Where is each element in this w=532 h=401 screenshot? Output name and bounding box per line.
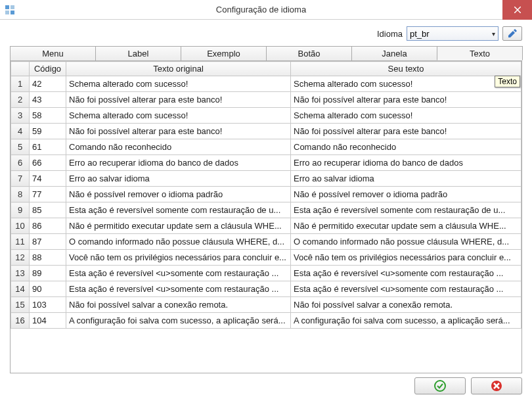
col-original[interactable]: Texto original [66, 62, 291, 76]
row-number[interactable]: 8 [11, 187, 30, 202]
row-number[interactable]: 5 [11, 139, 30, 155]
cell-code[interactable]: 59 [30, 124, 66, 139]
cell-user[interactable]: Esta ação é reversível <u>somente com re… [291, 281, 521, 297]
cell-original[interactable]: Schema alterado com sucesso! [66, 76, 291, 92]
row-number[interactable]: 14 [11, 281, 30, 297]
cell-original[interactable]: Não foi possível salvar a conexão remota… [66, 297, 291, 313]
edit-button[interactable] [502, 26, 522, 41]
cell-code[interactable]: 89 [30, 266, 66, 281]
table-row[interactable]: 459Não foi possível alterar para este ba… [11, 124, 521, 139]
cell-code[interactable]: 42 [30, 76, 66, 92]
table-row[interactable]: 243Não foi possível alterar para este ba… [11, 92, 521, 108]
table-row[interactable]: 666Erro ao recuperar idioma do banco de … [11, 155, 521, 171]
cell-user[interactable]: Esta ação é reversível somente com resta… [291, 202, 521, 218]
cell-user[interactable]: Não foi possível alterar para este banco… [291, 92, 521, 108]
table-row[interactable]: 15103Não foi possível salvar a conexão r… [11, 297, 521, 313]
col-rownum[interactable] [11, 62, 30, 76]
cell-code[interactable]: 74 [30, 171, 66, 187]
table-row[interactable]: 1086Não é permitido executar update sem … [11, 218, 521, 234]
cell-original[interactable]: Schema alterado com sucesso! [66, 108, 291, 124]
cell-original[interactable]: Esta ação é reversível <u>somente com re… [66, 281, 291, 297]
cell-code[interactable]: 86 [30, 218, 66, 234]
row-number[interactable]: 4 [11, 124, 30, 139]
col-codigo[interactable]: Código [30, 62, 66, 76]
cell-original[interactable]: Erro ao salvar idioma [66, 171, 291, 187]
row-number[interactable]: 9 [11, 202, 30, 218]
footer [414, 377, 522, 394]
table-row[interactable]: 1187O comando informado não possue cláus… [11, 234, 521, 250]
cell-user[interactable]: Schema alterado com sucesso! [291, 76, 521, 92]
cell-code[interactable]: 66 [30, 155, 66, 171]
cell-code[interactable]: 58 [30, 108, 66, 124]
cell-original[interactable]: Esta ação é reversível somente com resta… [66, 202, 291, 218]
cell-code[interactable]: 85 [30, 202, 66, 218]
table-row[interactable]: 1389Esta ação é reversível <u>somente co… [11, 266, 521, 281]
cell-code[interactable]: 104 [30, 313, 66, 329]
cell-code[interactable]: 77 [30, 187, 66, 202]
cell-user[interactable]: Você não tem os privilégios necessários … [291, 250, 521, 266]
row-number[interactable]: 6 [11, 155, 30, 171]
chevron-down-icon: ▾ [492, 30, 495, 37]
row-number[interactable]: 10 [11, 218, 30, 234]
cell-user[interactable]: Não foi possível alterar para este banco… [291, 124, 521, 139]
tab-texto[interactable]: Texto [437, 46, 523, 60]
table-row[interactable]: 877Não é possível remover o idioma padrã… [11, 187, 521, 202]
table-row[interactable]: 358Schema alterado com sucesso!Schema al… [11, 108, 521, 124]
cell-code[interactable]: 43 [30, 92, 66, 108]
cell-user[interactable]: Esta ação é reversível <u>somente com re… [291, 266, 521, 281]
cell-original[interactable]: Não é possível remover o idioma padrão [66, 187, 291, 202]
cell-original[interactable]: Esta ação é reversível <u>somente com re… [66, 266, 291, 281]
table-row[interactable]: 774Erro ao salvar idiomaErro ao salvar i… [11, 171, 521, 187]
cell-original[interactable]: Não foi possível alterar para este banco… [66, 124, 291, 139]
row-number[interactable]: 12 [11, 250, 30, 266]
tab-menu[interactable]: Menu [10, 46, 96, 60]
cell-code[interactable]: 87 [30, 234, 66, 250]
cell-user[interactable]: O comando informado não possue cláusula … [291, 234, 521, 250]
cell-user[interactable]: Não é possível remover o idioma padrão [291, 187, 521, 202]
cancel-circle-icon [491, 380, 502, 392]
cell-user[interactable]: Erro ao recuperar idioma do banco de dad… [291, 155, 521, 171]
tab-label[interactable]: Label [95, 46, 181, 60]
cell-user[interactable]: Comando não reconhecido [291, 139, 521, 155]
language-select[interactable]: pt_br ▾ [407, 26, 499, 41]
cell-user[interactable]: Erro ao salvar idioma [291, 171, 521, 187]
table-row[interactable]: 1490Esta ação é reversível <u>somente co… [11, 281, 521, 297]
row-number[interactable]: 11 [11, 234, 30, 250]
cell-original[interactable]: Comando não reconhecido [66, 139, 291, 155]
row-number[interactable]: 7 [11, 171, 30, 187]
cell-user[interactable]: Não é permitido executar update sem a cl… [291, 218, 521, 234]
table-row[interactable]: 142Schema alterado com sucesso!Schema al… [11, 76, 521, 92]
cell-original[interactable]: Não foi possível alterar para este banco… [66, 92, 291, 108]
cancel-button[interactable] [471, 377, 522, 394]
row-number[interactable]: 3 [11, 108, 30, 124]
cell-original[interactable]: O comando informado não possue cláusula … [66, 234, 291, 250]
col-seu[interactable]: Seu texto [291, 62, 521, 76]
cell-original[interactable]: A configuração foi salva com sucesso, a … [66, 313, 291, 329]
tab-exemplo[interactable]: Exemplo [181, 46, 267, 60]
window-title: Configuração de idioma [20, 5, 502, 14]
row-number[interactable]: 2 [11, 92, 30, 108]
row-number[interactable]: 15 [11, 297, 30, 313]
titlebar: Configuração de idioma [0, 0, 532, 20]
cell-code[interactable]: 90 [30, 281, 66, 297]
table-row[interactable]: 985Esta ação é reversível somente com re… [11, 202, 521, 218]
tab-janela[interactable]: Janela [351, 46, 437, 60]
cell-original[interactable]: Erro ao recuperar idioma do banco de dad… [66, 155, 291, 171]
cell-user[interactable]: Schema alterado com sucesso! [291, 108, 521, 124]
ok-button[interactable] [414, 377, 466, 394]
cell-code[interactable]: 88 [30, 250, 66, 266]
cell-original[interactable]: Você não tem os privilégios necessários … [66, 250, 291, 266]
cell-code[interactable]: 61 [30, 139, 66, 155]
row-number[interactable]: 16 [11, 313, 30, 329]
cell-code[interactable]: 103 [30, 297, 66, 313]
row-number[interactable]: 13 [11, 266, 30, 281]
cell-original[interactable]: Não é permitido executar update sem a cl… [66, 218, 291, 234]
table-row[interactable]: 1288Você não tem os privilégios necessár… [11, 250, 521, 266]
row-number[interactable]: 1 [11, 76, 30, 92]
close-button[interactable] [502, 0, 532, 20]
table-row[interactable]: 16104A configuração foi salva com sucess… [11, 313, 521, 329]
table-row[interactable]: 561Comando não reconhecidoComando não re… [11, 139, 521, 155]
tab-botao[interactable]: Botão [266, 46, 352, 60]
cell-user[interactable]: Não foi possível salvar a conexão remota… [291, 297, 521, 313]
cell-user[interactable]: A configuração foi salva com sucesso, a … [291, 313, 521, 329]
